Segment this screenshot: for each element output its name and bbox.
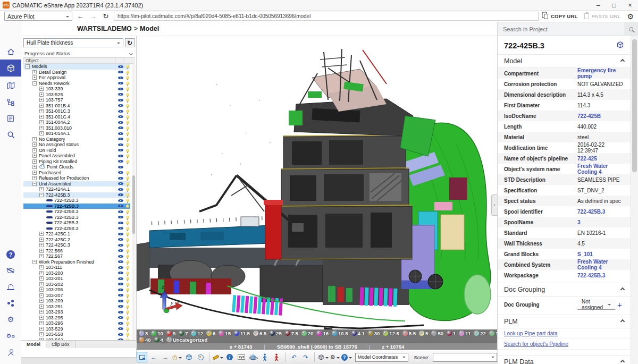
undo-button[interactable]: ↶	[289, 352, 299, 362]
visibility-eye-icon[interactable]	[118, 311, 123, 314]
panel-scrollbar-thumb[interactable]	[632, 39, 637, 172]
visibility-eye-icon[interactable]	[118, 272, 123, 274]
visibility-eye-icon[interactable]	[118, 216, 123, 218]
visibility-eye-icon[interactable]	[118, 93, 123, 96]
tree-item[interactable]: +For Approval	[23, 75, 130, 81]
sidebar-item-groups[interactable]	[0, 296, 21, 310]
highlight-bulb-icon[interactable]	[126, 93, 129, 96]
expander-icon[interactable]: +	[39, 98, 44, 102]
expander-icon[interactable]: −	[26, 64, 30, 69]
tree-item[interactable]: +351-004A.2	[23, 120, 130, 125]
visibility-eye-icon[interactable]	[118, 121, 123, 124]
tree-item[interactable]: +103-209	[23, 298, 130, 304]
profile-selector[interactable]: Azure Pilot	[4, 12, 72, 21]
step-back-button[interactable]: ←	[148, 352, 159, 362]
sidebar-item-help[interactable]: ?	[0, 248, 21, 261]
orbit-mode-button[interactable]	[248, 352, 258, 362]
expander-icon[interactable]: +	[39, 232, 44, 236]
panel-scrollbar[interactable]	[631, 36, 638, 364]
property-value-link[interactable]: S_101	[577, 251, 593, 257]
panel-collapse-tab[interactable]: ›	[491, 194, 497, 216]
tree-item[interactable]: −Needs Rework	[23, 81, 130, 87]
close-button[interactable]: ×	[622, 0, 638, 10]
highlight-bulb-icon[interactable]	[126, 82, 129, 85]
tree-item[interactable]: +103-293	[23, 309, 130, 315]
url-input[interactable]	[114, 12, 539, 21]
tree-item[interactable]: 722-425B.3	[23, 226, 130, 232]
sidebar-item-user[interactable]	[0, 345, 21, 359]
property-value-link[interactable]: Fresh Water Cooling 4	[577, 259, 624, 270]
model-viewport[interactable]: z y x	[137, 36, 497, 329]
doc-grouping-select[interactable]: Not assigned	[577, 299, 615, 310]
tree-item[interactable]: +103-525	[23, 92, 130, 98]
highlight-bulb-icon[interactable]	[126, 283, 129, 286]
viewer-settings-button[interactable]: ⚙	[330, 352, 340, 362]
visibility-eye-icon[interactable]	[118, 126, 123, 129]
sidebar-item-settings[interactable]: ⚙	[0, 312, 21, 326]
expander-icon[interactable]: +	[39, 238, 44, 242]
coordinates-select[interactable]: Model Coordinates	[355, 353, 409, 362]
expander-icon[interactable]: +	[32, 154, 37, 158]
expander-icon[interactable]: +	[39, 299, 44, 303]
highlight-bulb-icon[interactable]	[126, 299, 129, 302]
search-input[interactable]	[498, 26, 624, 32]
redo-button[interactable]: ↷	[300, 352, 311, 362]
highlight-bulb-icon[interactable]	[126, 171, 129, 174]
visibility-eye-icon[interactable]	[118, 115, 123, 118]
tree-item[interactable]: 722-425B.3	[23, 209, 130, 215]
tree-item[interactable]: 722-425B.3	[23, 198, 130, 204]
highlight-bulb-icon[interactable]	[126, 288, 129, 291]
visibility-eye-icon[interactable]	[118, 166, 123, 168]
visibility-eye-icon[interactable]	[118, 222, 123, 224]
tree-item[interactable]: −Work Preparation Finished	[23, 259, 130, 265]
viewer-help-button[interactable]: ?	[341, 352, 352, 362]
expander-icon[interactable]: +	[39, 321, 44, 325]
highlight-bulb-icon[interactable]	[126, 138, 129, 141]
render-mode-button[interactable]	[318, 352, 329, 362]
expander-icon[interactable]: +	[32, 75, 37, 80]
tree-item[interactable]: +722.567	[23, 253, 130, 259]
sidebar-item-home[interactable]	[0, 45, 21, 58]
expander-icon[interactable]: +	[39, 109, 44, 113]
tree-item[interactable]: +103-202	[23, 282, 130, 287]
expander-icon[interactable]: +	[39, 92, 44, 97]
expander-icon[interactable]: +	[39, 131, 44, 136]
tree-item[interactable]: +Purchased	[23, 170, 130, 176]
tree-item[interactable]: −722-425B.3	[23, 192, 130, 198]
tree-scrollbar[interactable]	[132, 64, 136, 344]
visibility-eye-icon[interactable]	[118, 238, 123, 241]
visibility-eye-icon[interactable]	[118, 305, 123, 308]
object-info-button[interactable]: i	[224, 352, 235, 362]
tree-item[interactable]: +103-111	[23, 265, 130, 270]
tree-item[interactable]: +722.566	[23, 248, 130, 254]
highlight-bulb-icon[interactable]	[126, 260, 129, 264]
expander-icon[interactable]: +	[39, 271, 44, 275]
expander-icon[interactable]: +	[39, 276, 44, 281]
highlight-bulb-icon[interactable]	[126, 160, 129, 163]
visibility-eye-icon[interactable]	[118, 132, 123, 135]
visibility-eye-icon[interactable]	[118, 65, 123, 68]
highlight-bulb-icon[interactable]	[126, 272, 129, 275]
visibility-eye-icon[interactable]	[118, 244, 123, 247]
visibility-eye-icon[interactable]	[118, 160, 123, 163]
highlight-bulb-icon[interactable]	[126, 266, 129, 269]
tree-item[interactable]: −Models	[23, 64, 130, 70]
highlight-bulb-icon[interactable]	[126, 188, 129, 191]
tab-clip-box[interactable]: Clip Box	[46, 341, 75, 348]
tree-item[interactable]: +On Hold	[23, 148, 130, 154]
expander-icon[interactable]: +	[39, 249, 44, 253]
property-value-link[interactable]: 722-425B.3	[577, 273, 605, 278]
highlight-bulb-icon[interactable]	[126, 205, 129, 208]
tree-item[interactable]: +351-001C.3	[23, 108, 130, 114]
tree-item[interactable]: +103-339	[23, 86, 130, 92]
color-scheme-selector[interactable]: Hull Plate thickness	[23, 38, 123, 47]
visibility-eye-icon[interactable]	[118, 227, 123, 230]
expander-icon[interactable]: +	[32, 176, 37, 180]
visibility-eye-icon[interactable]	[118, 149, 123, 151]
expander-icon[interactable]: +	[32, 165, 37, 169]
tree-item[interactable]: +801-014A.1	[23, 131, 130, 137]
highlight-bulb-icon[interactable]	[126, 98, 129, 101]
property-value-link[interactable]: 3	[577, 219, 581, 225]
tree-item[interactable]: +103-200	[23, 270, 130, 276]
expander-icon[interactable]: +	[39, 104, 44, 108]
